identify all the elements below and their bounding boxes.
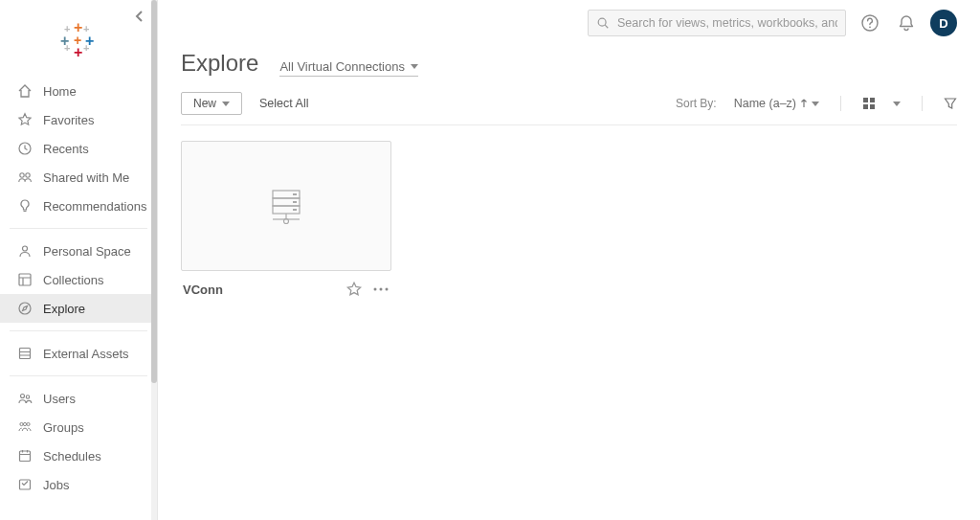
toolbar: New Select All Sort By: Name (a–z)	[181, 92, 957, 125]
user-avatar[interactable]: D	[930, 10, 957, 36]
sidebar-divider	[10, 228, 147, 229]
svg-rect-17	[863, 98, 868, 102]
page-header: Explore All Virtual Connections	[181, 46, 957, 92]
svg-rect-6	[20, 349, 31, 359]
content-grid: VConn	[181, 125, 957, 313]
lightbulb-icon	[17, 198, 33, 214]
groups-icon	[17, 419, 33, 435]
svg-rect-4	[19, 274, 31, 285]
content-card-title[interactable]: VConn	[183, 283, 223, 297]
view-mode-dropdown[interactable]	[893, 102, 901, 106]
content-card-thumbnail[interactable]	[181, 141, 391, 271]
sort-by-dropdown[interactable]: Name (a–z)	[734, 97, 819, 110]
svg-point-10	[23, 422, 26, 425]
sidebar-item-label: Groups	[43, 420, 84, 435]
star-icon	[17, 112, 33, 127]
sidebar-item-collections[interactable]: Collections	[0, 265, 157, 294]
sidebar-item-label: Explore	[43, 302, 85, 316]
content-type-filter[interactable]: All Virtual Connections	[279, 59, 418, 77]
toolbar-divider	[840, 96, 841, 111]
more-actions-button[interactable]	[372, 281, 390, 298]
content-type-label: All Virtual Connections	[279, 59, 405, 74]
svg-point-16	[869, 26, 871, 28]
sort-by-label: Sort By:	[676, 97, 717, 110]
person-icon	[17, 243, 33, 259]
svg-point-30	[386, 288, 389, 291]
svg-point-5	[19, 303, 31, 314]
sidebar-item-explore[interactable]: Explore	[0, 294, 157, 323]
chevron-down-icon	[222, 102, 230, 106]
sidebar-item-label: Schedules	[43, 449, 101, 463]
sidebar-item-external-assets[interactable]: External Assets	[0, 339, 157, 368]
new-button[interactable]: New	[181, 92, 242, 115]
search-box[interactable]	[588, 10, 846, 36]
clock-icon	[17, 141, 33, 156]
filter-button[interactable]	[944, 97, 957, 110]
svg-rect-18	[870, 98, 875, 102]
sidebar-collapse-button[interactable]	[134, 10, 145, 23]
sidebar-item-shared[interactable]: Shared with Me	[0, 163, 157, 192]
page-title: Explore	[181, 50, 258, 77]
sidebar-item-home[interactable]: Home	[0, 77, 157, 105]
sidebar-item-favorites[interactable]: Favorites	[0, 105, 157, 134]
shared-icon	[17, 170, 33, 185]
sidebar-item-users[interactable]: Users	[0, 384, 157, 413]
sidebar-nav: Home Favorites Recents Shared with Me Re…	[0, 77, 157, 507]
sidebar-item-label: Jobs	[43, 478, 69, 492]
content-card: VConn	[181, 141, 391, 298]
sidebar-divider	[10, 375, 147, 376]
svg-rect-25	[293, 201, 297, 203]
sidebar: ++++ + ++++ Home Favorites Recents Share…	[0, 0, 158, 520]
sidebar-item-personal-space[interactable]: Personal Space	[0, 237, 157, 265]
notifications-button[interactable]	[894, 11, 919, 35]
content-card-footer: VConn	[181, 271, 391, 298]
svg-rect-12	[20, 451, 31, 462]
search-icon	[596, 16, 610, 30]
compass-icon	[17, 301, 33, 316]
sidebar-divider	[10, 330, 147, 331]
svg-rect-24	[293, 193, 297, 195]
sort-by-value: Name (a–z)	[734, 97, 796, 110]
sidebar-item-jobs[interactable]: Jobs	[0, 470, 157, 499]
svg-point-9	[20, 422, 23, 425]
chevron-down-icon	[812, 102, 819, 106]
svg-point-7	[21, 395, 25, 398]
app-root: ++++ + ++++ Home Favorites Recents Share…	[0, 0, 980, 520]
svg-rect-20	[870, 104, 875, 109]
sort-asc-icon	[800, 99, 808, 108]
svg-point-14	[598, 18, 606, 26]
sidebar-item-label: External Assets	[43, 347, 129, 361]
sidebar-item-label: Favorites	[43, 113, 94, 127]
database-icon	[17, 346, 33, 361]
svg-point-8	[26, 396, 29, 398]
topbar: D	[181, 0, 957, 46]
svg-point-29	[380, 288, 383, 291]
svg-point-1	[20, 173, 24, 177]
sidebar-scrollbar-thumb[interactable]	[151, 0, 157, 383]
sidebar-item-label: Shared with Me	[43, 170, 129, 185]
sidebar-item-label: Users	[43, 392, 76, 406]
sidebar-item-groups[interactable]: Groups	[0, 413, 157, 441]
new-button-label: New	[193, 97, 216, 110]
sidebar-item-label: Personal Space	[43, 244, 131, 259]
sidebar-scrollbar[interactable]	[151, 0, 157, 520]
svg-rect-19	[863, 104, 868, 109]
favorite-toggle[interactable]	[345, 281, 363, 298]
help-button[interactable]	[858, 11, 882, 35]
svg-point-2	[26, 173, 30, 177]
jobs-icon	[17, 477, 33, 492]
avatar-initial: D	[939, 16, 947, 31]
sidebar-item-recents[interactable]: Recents	[0, 134, 157, 163]
search-input[interactable]	[617, 16, 837, 30]
sidebar-item-label: Home	[43, 84, 77, 99]
view-mode-button[interactable]	[862, 97, 876, 110]
sidebar-item-recommendations[interactable]: Recommendations	[0, 192, 157, 220]
collections-icon	[17, 272, 33, 287]
sidebar-item-schedules[interactable]: Schedules	[0, 441, 157, 470]
main: D Explore All Virtual Connections New Se…	[158, 0, 980, 520]
sidebar-item-label: Recents	[43, 142, 89, 156]
select-all-button[interactable]: Select All	[259, 97, 308, 110]
calendar-icon	[17, 448, 33, 463]
svg-point-28	[374, 288, 377, 291]
svg-point-11	[27, 422, 30, 425]
